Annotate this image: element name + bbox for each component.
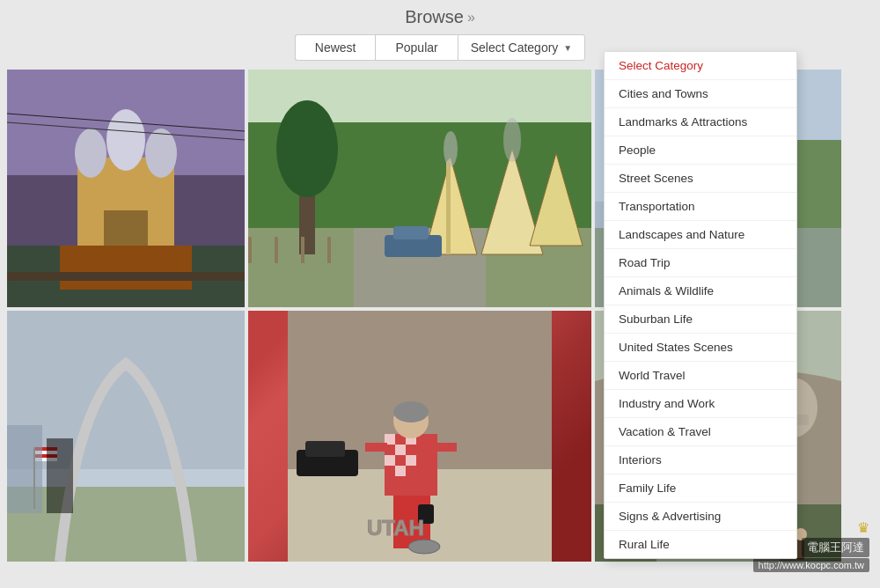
popular-button[interactable]: Popular — [375, 34, 457, 61]
dropdown-item-street-scenes[interactable]: Street Scenes — [605, 165, 796, 193]
svg-rect-9 — [7, 272, 245, 281]
crown-icon: ♛ — [857, 519, 869, 536]
svg-rect-24 — [393, 226, 429, 239]
dropdown-item-people[interactable]: People — [605, 136, 796, 165]
image-2-svg — [248, 70, 591, 307]
dropdown-item-vacation[interactable]: Vacation & Travel — [605, 418, 796, 446]
svg-point-26 — [276, 100, 338, 197]
svg-marker-18 — [446, 158, 451, 254]
dropdown-item-us-scenes[interactable]: United States Scenes — [605, 334, 796, 362]
image-cell-5[interactable]: UTAH — [248, 311, 591, 562]
dropdown-item-select-category[interactable]: Select Category — [605, 52, 796, 80]
svg-rect-27 — [248, 237, 252, 263]
svg-rect-38 — [7, 311, 245, 469]
dropdown-item-family-life[interactable]: Family Life — [605, 474, 796, 503]
dropdown-item-industry[interactable]: Industry and Work — [605, 390, 796, 418]
svg-rect-67 — [365, 443, 387, 452]
image-cell-4[interactable] — [7, 311, 245, 562]
dropdown-item-suburban[interactable]: Suburban Life — [605, 305, 796, 334]
svg-rect-60 — [406, 455, 416, 466]
image-cell-1[interactable] — [7, 70, 245, 307]
dropdown-item-landmarks[interactable]: Landmarks & Attractions — [605, 108, 796, 136]
watermark-text: 電腦王阿達 — [802, 538, 869, 557]
image-4-svg — [7, 311, 245, 562]
svg-rect-56 — [395, 445, 406, 455]
svg-rect-8 — [60, 246, 192, 290]
image-cell-2[interactable] — [248, 70, 591, 307]
dropdown-item-interiors[interactable]: Interiors — [605, 446, 796, 474]
svg-point-65 — [393, 401, 429, 423]
svg-point-70 — [408, 540, 440, 554]
svg-rect-58 — [385, 455, 395, 466]
svg-rect-45 — [7, 425, 42, 513]
newest-button[interactable]: Newest — [295, 34, 376, 61]
svg-rect-57 — [406, 445, 416, 455]
svg-point-21 — [444, 131, 458, 166]
svg-rect-61 — [385, 466, 395, 476]
page-wrapper: Browse » Newest Popular Select Category … — [0, 0, 880, 588]
browse-label: Browse — [405, 7, 464, 27]
svg-text:UTAH: UTAH — [367, 516, 424, 540]
svg-rect-62 — [395, 466, 406, 476]
svg-rect-63 — [406, 466, 416, 476]
svg-rect-59 — [395, 455, 406, 466]
dropdown-item-cities-towns[interactable]: Cities and Towns — [605, 80, 796, 108]
chevron-down-icon: ▼ — [563, 43, 572, 53]
svg-point-22 — [503, 118, 521, 162]
dropdown-item-landscapes[interactable]: Landscapes and Nature — [605, 221, 796, 249]
image-5-svg: UTAH — [248, 311, 591, 562]
svg-rect-72 — [305, 441, 345, 457]
svg-rect-30 — [327, 237, 331, 263]
dropdown-item-road-trip[interactable]: Road Trip — [605, 249, 796, 277]
svg-rect-46 — [47, 438, 73, 513]
dropdown-item-signs[interactable]: Signs & Advertising — [605, 503, 796, 531]
watermark-url: http://www.kocpc.com.tw — [753, 558, 869, 572]
svg-rect-29 — [301, 237, 304, 263]
dropdown-item-transportation[interactable]: Transportation — [605, 193, 796, 221]
browse-arrows: » — [467, 10, 475, 26]
browse-title: Browse » — [405, 7, 475, 27]
svg-point-6 — [145, 129, 177, 178]
select-category-button[interactable]: Select Category ▼ — [458, 34, 586, 61]
dropdown-item-world-travel[interactable]: World Travel — [605, 362, 796, 390]
nav-buttons: Newest Popular Select Category ▼ — [295, 34, 585, 61]
dropdown-item-rural[interactable]: Rural Life — [605, 531, 796, 558]
svg-point-5 — [106, 109, 145, 171]
svg-rect-28 — [275, 237, 278, 263]
svg-rect-39 — [7, 487, 245, 562]
svg-point-4 — [75, 129, 106, 178]
category-dropdown: Select CategoryCities and TownsLandmarks… — [604, 51, 797, 559]
svg-rect-68 — [435, 443, 457, 452]
dropdown-item-animals[interactable]: Animals & Wildlife — [605, 277, 796, 305]
image-1-svg — [7, 70, 245, 307]
